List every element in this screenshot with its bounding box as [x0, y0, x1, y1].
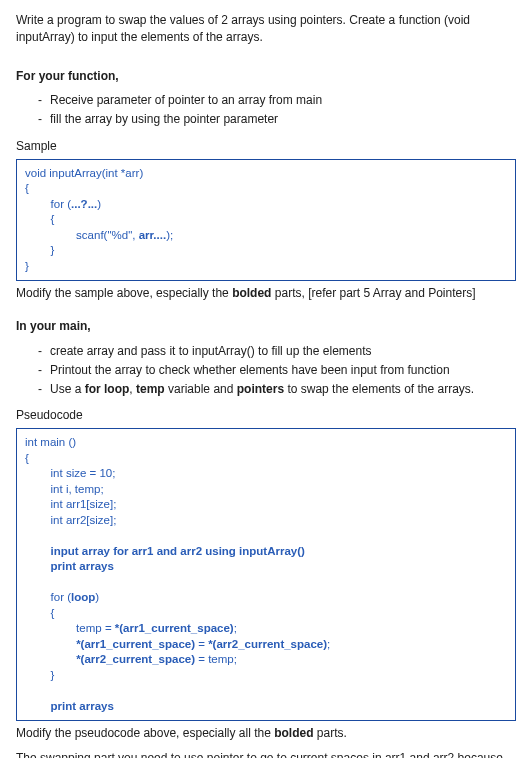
function-bullet-2: fill the array by using the pointer para… [38, 111, 516, 128]
code-line: scanf("%d", [25, 229, 139, 241]
code-line: ; [234, 622, 237, 634]
code-bold-line: print arrays [25, 700, 114, 712]
code-line: ); [166, 229, 173, 241]
code-line: for ( [25, 591, 71, 603]
code-line: temp = [25, 622, 115, 634]
code-bold: *(arr2_current_space) [208, 638, 327, 650]
code-bold: *(arr1_current_space) [76, 638, 195, 650]
code-line: int main () [25, 436, 76, 448]
code-bold: loop [71, 591, 95, 603]
code-line: = [195, 638, 208, 650]
main-bullet-2: Printout the array to check whether elem… [38, 362, 516, 379]
code-line: ; [327, 638, 330, 650]
function-bullets: Receive parameter of pointer to an array… [16, 92, 516, 128]
code-line: int i, temp; [25, 483, 104, 495]
code-line: int size = 10; [25, 467, 115, 479]
code-line: ) [97, 198, 101, 210]
main-bullets: create array and pass it to inputArray()… [16, 343, 516, 397]
bold-temp: temp [136, 382, 165, 396]
assignment-document: Write a program to swap the values of 2 … [0, 0, 532, 758]
code-line: } [25, 244, 54, 256]
function-bullet-1: Receive parameter of pointer to an array… [38, 92, 516, 109]
bolded-word: bolded [274, 726, 313, 740]
main-bullet-3: Use a for loop, temp variable and pointe… [38, 381, 516, 398]
code-line [25, 653, 76, 665]
code-line: int arr2[size]; [25, 514, 116, 526]
code-line: { [25, 213, 54, 225]
code-line [25, 638, 76, 650]
code-line: } [25, 669, 54, 681]
code-line: = temp; [195, 653, 237, 665]
code-line: for ( [25, 198, 71, 210]
intro-paragraph: Write a program to swap the values of 2 … [16, 12, 516, 46]
main-heading: In your main, [16, 318, 516, 335]
pseudocode-box: int main () { int size = 10; int i, temp… [16, 428, 516, 721]
code-bold: *(arr2_current_space) [76, 653, 195, 665]
bolded-word: bolded [232, 286, 271, 300]
code-line: { [25, 182, 29, 194]
code-bold: ...?... [71, 198, 97, 210]
sample-note: Modify the sample above, especially the … [16, 285, 516, 302]
sample-label: Sample [16, 138, 516, 155]
code-line: } [25, 260, 29, 272]
code-bold-line: input array for arr1 and arr2 using inpu… [25, 545, 305, 557]
code-line: ) [95, 591, 99, 603]
bold-pointers: pointers [237, 382, 284, 396]
code-line: { [25, 452, 29, 464]
code-bold: *(arr1_current_space) [115, 622, 234, 634]
main-bullet-1: create array and pass it to inputArray()… [38, 343, 516, 360]
pseudocode-note: Modify the pseudocode above, especially … [16, 725, 516, 742]
final-paragraph: The swapping part you need to use pointe… [16, 750, 516, 758]
code-bold: arr.... [139, 229, 167, 241]
code-bold-line: print arrays [25, 560, 114, 572]
sample-code-box: void inputArray(int *arr) { for (...?...… [16, 159, 516, 282]
function-heading: For your function, [16, 68, 516, 85]
pseudocode-label: Pseudocode [16, 407, 516, 424]
code-line: void inputArray(int *arr) [25, 167, 143, 179]
bold-for-loop: for loop [85, 382, 130, 396]
code-line: { [25, 607, 54, 619]
code-line: int arr1[size]; [25, 498, 116, 510]
